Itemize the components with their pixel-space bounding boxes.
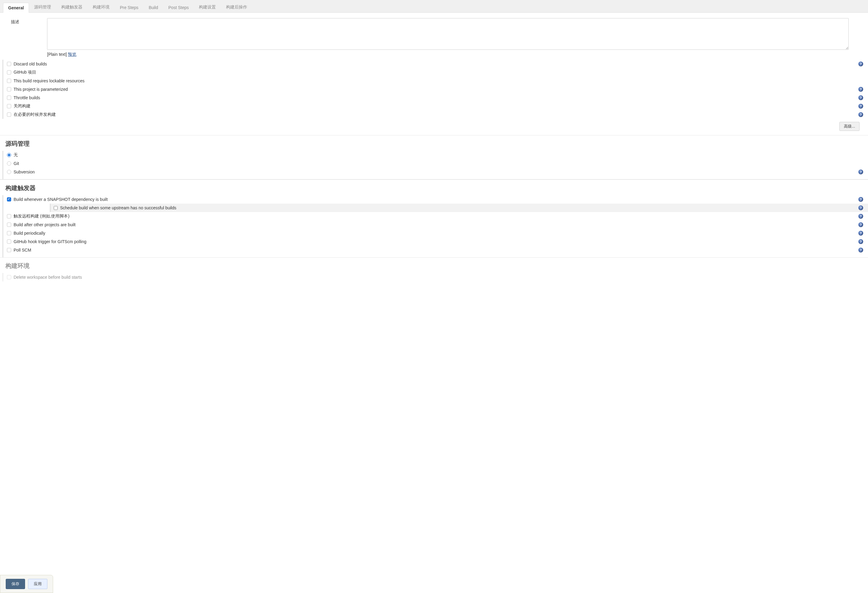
trigger-option-row-3: Build periodically? [6, 229, 868, 237]
help-icon[interactable]: ? [858, 197, 863, 202]
help-icon[interactable]: ? [858, 205, 863, 210]
help-icon[interactable]: ? [858, 104, 863, 109]
general-option-label-6: 在必要的时候并发构建 [13, 112, 56, 117]
build-env-heading: 构建环境 [0, 258, 868, 273]
general-option-row-2: This build requires lockable resources [6, 77, 868, 85]
help-icon[interactable]: ? [858, 222, 863, 227]
general-option-checkbox-1[interactable] [7, 70, 11, 75]
scm-option-label-0: 无 [13, 152, 18, 158]
scm-option-label-2: Subversion [13, 169, 35, 174]
general-option-row-0: Discard old builds? [6, 60, 868, 68]
help-icon[interactable]: ? [858, 169, 863, 174]
trigger-option-row-0: Build whenever a SNAPSHOT dependency is … [6, 195, 868, 204]
tab-1[interactable]: 源码管理 [29, 2, 56, 12]
general-option-label-0: Discard old builds [13, 62, 47, 66]
trigger-option-label-0: Build whenever a SNAPSHOT dependency is … [13, 197, 108, 202]
tab-2[interactable]: 构建触发器 [56, 2, 87, 12]
general-option-label-2: This build requires lockable resources [13, 78, 84, 83]
trigger-option-checkbox-1[interactable] [7, 214, 11, 218]
trigger-option-label-1: 触发远程构建 (例如,使用脚本) [13, 213, 69, 219]
trigger-option-checkbox-4[interactable] [7, 240, 11, 244]
trigger-nested-checkbox-0[interactable] [54, 206, 58, 210]
trigger-option-row-2: Build after other projects are built? [6, 221, 868, 229]
tab-7[interactable]: 构建设置 [194, 2, 221, 12]
trigger-option-label-2: Build after other projects are built [13, 222, 75, 227]
general-option-label-5: 关闭构建 [13, 103, 31, 109]
env-option-label-0: Delete workspace before build starts [13, 275, 82, 280]
general-option-row-6: 在必要的时候并发构建? [6, 110, 868, 119]
scm-option-radio-2[interactable] [7, 170, 11, 174]
tab-5[interactable]: Build [144, 2, 163, 12]
general-option-label-4: Throttle builds [13, 95, 40, 100]
help-icon[interactable]: ? [858, 214, 863, 219]
scm-options: 无GitSubversion? [2, 151, 868, 179]
trigger-option-label-3: Build periodically [13, 231, 45, 235]
trigger-option-checkbox-3[interactable] [7, 231, 11, 235]
scm-option-row-0: 无 [6, 151, 868, 159]
scm-option-radio-0[interactable] [7, 153, 11, 157]
general-option-label-1: GitHub 项目 [13, 70, 36, 75]
trigger-option-label-5: Poll SCM [13, 248, 31, 252]
general-option-checkbox-6[interactable] [7, 112, 11, 117]
help-icon[interactable]: ? [858, 112, 863, 117]
trigger-nested-row-0: Schedule build when some upstream has no… [50, 204, 868, 212]
content: 描述 [Plain text] 预览 Discard old builds?Gi… [0, 13, 868, 300]
trigger-option-label-4: GitHub hook trigger for GITScm polling [13, 239, 86, 244]
general-option-row-4: Throttle builds? [6, 94, 868, 102]
tab-0[interactable]: General [3, 3, 29, 13]
build-env-options: Delete workspace before build starts [2, 273, 868, 281]
description-textarea[interactable] [47, 18, 849, 50]
trigger-option-checkbox-0[interactable] [7, 197, 11, 202]
help-icon[interactable]: ? [858, 87, 863, 92]
preview-link[interactable]: 预览 [68, 52, 76, 57]
help-icon[interactable]: ? [858, 95, 863, 100]
general-option-checkbox-2[interactable] [7, 79, 11, 83]
help-icon[interactable]: ? [858, 239, 863, 244]
general-option-label-3: This project is parameterized [13, 87, 68, 92]
trigger-option-row-4: GitHub hook trigger for GITScm polling? [6, 237, 868, 246]
general-option-row-5: 关闭构建? [6, 102, 868, 110]
tab-6[interactable]: Post Steps [163, 2, 194, 12]
general-option-checkbox-5[interactable] [7, 104, 11, 108]
env-option-checkbox-0[interactable] [7, 275, 11, 279]
triggers-heading: 构建触发器 [0, 180, 868, 195]
description-label: 描述 [11, 18, 47, 25]
general-option-checkbox-3[interactable] [7, 87, 11, 91]
description-hint: [Plain text] 预览 [47, 52, 849, 57]
general-option-row-1: GitHub 项目 [6, 68, 868, 77]
trigger-nested-label-0: Schedule build when some upstream has no… [60, 205, 176, 210]
tabs-bar: General源码管理构建触发器构建环境Pre StepsBuildPost S… [0, 0, 868, 13]
general-option-row-3: This project is parameterized? [6, 85, 868, 94]
tab-3[interactable]: 构建环境 [87, 2, 115, 12]
general-option-checkbox-0[interactable] [7, 62, 11, 66]
trigger-option-checkbox-5[interactable] [7, 248, 11, 252]
scm-option-radio-1[interactable] [7, 161, 11, 166]
env-option-row-0: Delete workspace before build starts [6, 273, 868, 281]
tab-4[interactable]: Pre Steps [115, 2, 143, 12]
help-icon[interactable]: ? [858, 231, 863, 235]
help-icon[interactable]: ? [858, 248, 863, 252]
advanced-button[interactable]: 高级... [839, 122, 859, 131]
trigger-option-row-5: Poll SCM? [6, 246, 868, 254]
plain-text-prefix: [Plain text] [47, 52, 68, 57]
help-icon[interactable]: ? [858, 62, 863, 66]
general-options: Discard old builds?GitHub 项目This build r… [2, 60, 868, 119]
scm-option-row-1: Git [6, 159, 868, 168]
scm-heading: 源码管理 [0, 135, 868, 151]
trigger-options: Build whenever a SNAPSHOT dependency is … [2, 195, 868, 257]
trigger-option-row-1: 触发远程构建 (例如,使用脚本)? [6, 212, 868, 221]
tab-8[interactable]: 构建后操作 [221, 2, 252, 12]
general-option-checkbox-4[interactable] [7, 96, 11, 100]
scm-option-label-1: Git [13, 161, 19, 166]
trigger-option-checkbox-2[interactable] [7, 222, 11, 227]
scm-option-row-2: Subversion? [6, 168, 868, 176]
